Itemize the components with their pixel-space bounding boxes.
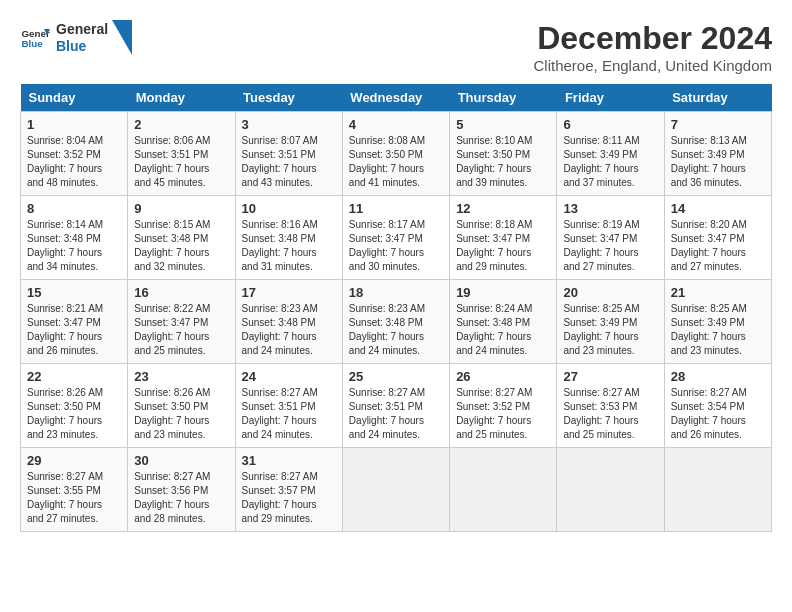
day-number: 14 — [671, 201, 765, 216]
calendar-cell: 22Sunrise: 8:26 AMSunset: 3:50 PMDayligh… — [21, 364, 128, 448]
calendar-week-row: 8Sunrise: 8:14 AMSunset: 3:48 PMDaylight… — [21, 196, 772, 280]
calendar-cell: 1Sunrise: 8:04 AMSunset: 3:52 PMDaylight… — [21, 112, 128, 196]
day-number: 6 — [563, 117, 657, 132]
logo-blue: Blue — [56, 38, 108, 55]
calendar-cell: 18Sunrise: 8:23 AMSunset: 3:48 PMDayligh… — [342, 280, 449, 364]
day-number: 15 — [27, 285, 121, 300]
day-number: 25 — [349, 369, 443, 384]
calendar-cell: 30Sunrise: 8:27 AMSunset: 3:56 PMDayligh… — [128, 448, 235, 532]
calendar-cell: 5Sunrise: 8:10 AMSunset: 3:50 PMDaylight… — [450, 112, 557, 196]
day-info: Sunrise: 8:27 AMSunset: 3:54 PMDaylight:… — [671, 386, 765, 442]
header-thursday: Thursday — [450, 84, 557, 112]
day-info: Sunrise: 8:18 AMSunset: 3:47 PMDaylight:… — [456, 218, 550, 274]
day-info: Sunrise: 8:17 AMSunset: 3:47 PMDaylight:… — [349, 218, 443, 274]
svg-marker-3 — [112, 20, 132, 55]
day-number: 27 — [563, 369, 657, 384]
day-info: Sunrise: 8:04 AMSunset: 3:52 PMDaylight:… — [27, 134, 121, 190]
day-info: Sunrise: 8:27 AMSunset: 3:57 PMDaylight:… — [242, 470, 336, 526]
day-number: 4 — [349, 117, 443, 132]
calendar-cell: 28Sunrise: 8:27 AMSunset: 3:54 PMDayligh… — [664, 364, 771, 448]
day-info: Sunrise: 8:06 AMSunset: 3:51 PMDaylight:… — [134, 134, 228, 190]
day-info: Sunrise: 8:21 AMSunset: 3:47 PMDaylight:… — [27, 302, 121, 358]
day-number: 10 — [242, 201, 336, 216]
calendar-cell — [664, 448, 771, 532]
day-info: Sunrise: 8:22 AMSunset: 3:47 PMDaylight:… — [134, 302, 228, 358]
day-info: Sunrise: 8:27 AMSunset: 3:56 PMDaylight:… — [134, 470, 228, 526]
calendar-cell: 27Sunrise: 8:27 AMSunset: 3:53 PMDayligh… — [557, 364, 664, 448]
day-number: 8 — [27, 201, 121, 216]
calendar-cell: 31Sunrise: 8:27 AMSunset: 3:57 PMDayligh… — [235, 448, 342, 532]
calendar-cell: 8Sunrise: 8:14 AMSunset: 3:48 PMDaylight… — [21, 196, 128, 280]
day-info: Sunrise: 8:26 AMSunset: 3:50 PMDaylight:… — [27, 386, 121, 442]
day-number: 9 — [134, 201, 228, 216]
header-monday: Monday — [128, 84, 235, 112]
header-friday: Friday — [557, 84, 664, 112]
calendar-cell: 24Sunrise: 8:27 AMSunset: 3:51 PMDayligh… — [235, 364, 342, 448]
day-info: Sunrise: 8:25 AMSunset: 3:49 PMDaylight:… — [563, 302, 657, 358]
day-info: Sunrise: 8:15 AMSunset: 3:48 PMDaylight:… — [134, 218, 228, 274]
calendar-week-row: 1Sunrise: 8:04 AMSunset: 3:52 PMDaylight… — [21, 112, 772, 196]
day-info: Sunrise: 8:14 AMSunset: 3:48 PMDaylight:… — [27, 218, 121, 274]
day-number: 30 — [134, 453, 228, 468]
svg-text:Blue: Blue — [22, 38, 44, 49]
calendar-cell: 11Sunrise: 8:17 AMSunset: 3:47 PMDayligh… — [342, 196, 449, 280]
day-info: Sunrise: 8:27 AMSunset: 3:55 PMDaylight:… — [27, 470, 121, 526]
logo-general: General — [56, 21, 108, 38]
day-number: 21 — [671, 285, 765, 300]
day-info: Sunrise: 8:07 AMSunset: 3:51 PMDaylight:… — [242, 134, 336, 190]
day-number: 29 — [27, 453, 121, 468]
day-info: Sunrise: 8:25 AMSunset: 3:49 PMDaylight:… — [671, 302, 765, 358]
calendar-header-row: SundayMondayTuesdayWednesdayThursdayFrid… — [21, 84, 772, 112]
header-tuesday: Tuesday — [235, 84, 342, 112]
title-block: December 2024 Clitheroe, England, United… — [534, 20, 772, 74]
calendar-table: SundayMondayTuesdayWednesdayThursdayFrid… — [20, 84, 772, 532]
day-number: 1 — [27, 117, 121, 132]
day-info: Sunrise: 8:24 AMSunset: 3:48 PMDaylight:… — [456, 302, 550, 358]
calendar-cell — [557, 448, 664, 532]
calendar-cell: 21Sunrise: 8:25 AMSunset: 3:49 PMDayligh… — [664, 280, 771, 364]
day-info: Sunrise: 8:27 AMSunset: 3:51 PMDaylight:… — [349, 386, 443, 442]
calendar-cell: 13Sunrise: 8:19 AMSunset: 3:47 PMDayligh… — [557, 196, 664, 280]
calendar-week-row: 22Sunrise: 8:26 AMSunset: 3:50 PMDayligh… — [21, 364, 772, 448]
calendar-week-row: 29Sunrise: 8:27 AMSunset: 3:55 PMDayligh… — [21, 448, 772, 532]
day-number: 24 — [242, 369, 336, 384]
day-info: Sunrise: 8:13 AMSunset: 3:49 PMDaylight:… — [671, 134, 765, 190]
calendar-cell: 26Sunrise: 8:27 AMSunset: 3:52 PMDayligh… — [450, 364, 557, 448]
day-number: 17 — [242, 285, 336, 300]
day-number: 20 — [563, 285, 657, 300]
day-info: Sunrise: 8:19 AMSunset: 3:47 PMDaylight:… — [563, 218, 657, 274]
page-title: December 2024 — [534, 20, 772, 57]
day-number: 26 — [456, 369, 550, 384]
header-wednesday: Wednesday — [342, 84, 449, 112]
calendar-cell: 17Sunrise: 8:23 AMSunset: 3:48 PMDayligh… — [235, 280, 342, 364]
page-header: General Blue General Blue December 2024 … — [20, 20, 772, 74]
day-info: Sunrise: 8:08 AMSunset: 3:50 PMDaylight:… — [349, 134, 443, 190]
day-number: 23 — [134, 369, 228, 384]
calendar-cell — [450, 448, 557, 532]
day-number: 11 — [349, 201, 443, 216]
calendar-cell: 10Sunrise: 8:16 AMSunset: 3:48 PMDayligh… — [235, 196, 342, 280]
day-info: Sunrise: 8:20 AMSunset: 3:47 PMDaylight:… — [671, 218, 765, 274]
day-number: 2 — [134, 117, 228, 132]
calendar-cell: 12Sunrise: 8:18 AMSunset: 3:47 PMDayligh… — [450, 196, 557, 280]
calendar-cell: 29Sunrise: 8:27 AMSunset: 3:55 PMDayligh… — [21, 448, 128, 532]
day-number: 12 — [456, 201, 550, 216]
day-number: 13 — [563, 201, 657, 216]
calendar-cell: 14Sunrise: 8:20 AMSunset: 3:47 PMDayligh… — [664, 196, 771, 280]
calendar-cell: 20Sunrise: 8:25 AMSunset: 3:49 PMDayligh… — [557, 280, 664, 364]
calendar-week-row: 15Sunrise: 8:21 AMSunset: 3:47 PMDayligh… — [21, 280, 772, 364]
calendar-cell: 25Sunrise: 8:27 AMSunset: 3:51 PMDayligh… — [342, 364, 449, 448]
day-number: 18 — [349, 285, 443, 300]
calendar-cell: 9Sunrise: 8:15 AMSunset: 3:48 PMDaylight… — [128, 196, 235, 280]
day-info: Sunrise: 8:27 AMSunset: 3:52 PMDaylight:… — [456, 386, 550, 442]
calendar-cell: 4Sunrise: 8:08 AMSunset: 3:50 PMDaylight… — [342, 112, 449, 196]
day-number: 5 — [456, 117, 550, 132]
calendar-cell: 3Sunrise: 8:07 AMSunset: 3:51 PMDaylight… — [235, 112, 342, 196]
day-info: Sunrise: 8:23 AMSunset: 3:48 PMDaylight:… — [242, 302, 336, 358]
calendar-cell: 16Sunrise: 8:22 AMSunset: 3:47 PMDayligh… — [128, 280, 235, 364]
calendar-cell: 23Sunrise: 8:26 AMSunset: 3:50 PMDayligh… — [128, 364, 235, 448]
day-number: 31 — [242, 453, 336, 468]
logo-chevron-icon — [112, 20, 132, 55]
day-number: 19 — [456, 285, 550, 300]
calendar-cell: 19Sunrise: 8:24 AMSunset: 3:48 PMDayligh… — [450, 280, 557, 364]
